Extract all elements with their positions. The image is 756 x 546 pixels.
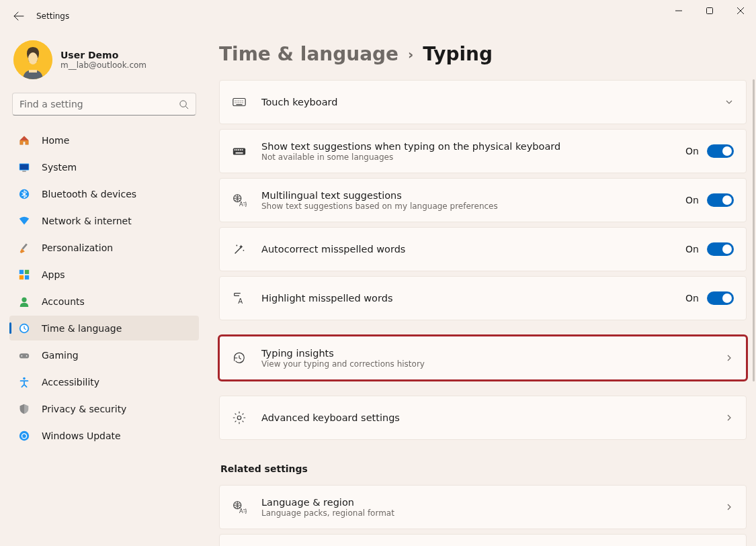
close-button[interactable]	[725, 0, 756, 21]
card-text-suggestions[interactable]: Show text suggestions when typing on the…	[219, 129, 747, 173]
nav-label: Accessibility	[42, 377, 99, 388]
nav-personalization[interactable]: Personalization	[9, 235, 199, 260]
svg-text:A字: A字	[239, 508, 247, 514]
svg-point-3	[180, 100, 186, 106]
window-title: Settings	[36, 11, 69, 21]
toggle-state: On	[685, 146, 699, 156]
nav-label: Privacy & security	[42, 404, 126, 414]
svg-rect-22	[233, 148, 245, 154]
breadcrumb-current: Typing	[423, 43, 493, 65]
nav-label: Accounts	[42, 296, 85, 307]
update-icon	[17, 429, 31, 443]
svg-rect-26	[240, 149, 241, 150]
globe-language-icon: A字	[232, 500, 247, 514]
keyboard-icon	[232, 95, 247, 109]
minimize-button[interactable]	[663, 0, 694, 21]
search-input[interactable]	[19, 99, 179, 109]
toggle-switch[interactable]	[707, 242, 734, 256]
shield-icon	[17, 402, 31, 416]
card-typing-insights[interactable]: Typing insights View your typing and cor…	[219, 336, 747, 380]
back-button[interactable]	[5, 3, 32, 30]
apps-icon	[17, 268, 31, 281]
card-advanced-keyboard[interactable]: Advanced keyboard settings	[219, 396, 747, 440]
card-title: Language & region	[261, 497, 710, 508]
chevron-right-icon	[724, 502, 734, 512]
card-subtitle: View your typing and corrections history	[261, 359, 710, 369]
nav-list: Home System Bluetooth & devices Network …	[9, 128, 199, 448]
svg-rect-25	[238, 149, 239, 150]
nav-label: Time & language	[42, 323, 122, 334]
svg-point-18	[26, 355, 28, 357]
card-title: Highlight misspelled words	[261, 293, 671, 304]
nav-label: Apps	[42, 269, 65, 280]
svg-point-34	[237, 416, 241, 420]
nav-network[interactable]: Network & internet	[9, 208, 199, 233]
breadcrumb-parent[interactable]: Time & language	[219, 43, 398, 65]
search-box[interactable]	[12, 93, 196, 116]
maximize-button[interactable]	[694, 0, 725, 21]
svg-rect-6	[22, 171, 26, 171]
svg-rect-16	[19, 353, 29, 358]
toggle-switch[interactable]	[707, 291, 734, 305]
scrollbar[interactable]	[753, 79, 755, 381]
card-language-region[interactable]: A字 Language & region Language packs, reg…	[219, 485, 747, 529]
minimize-icon	[675, 7, 682, 14]
avatar	[13, 40, 52, 79]
window-controls	[663, 0, 756, 21]
svg-rect-27	[242, 149, 243, 150]
system-icon	[17, 161, 31, 174]
svg-rect-11	[19, 275, 24, 279]
svg-rect-12	[25, 275, 29, 279]
highlight-icon: A	[232, 291, 247, 306]
card-touch-keyboard[interactable]: Touch keyboard	[219, 80, 747, 124]
nav-label: Network & internet	[42, 216, 132, 226]
svg-rect-28	[236, 152, 243, 154]
home-icon	[17, 134, 31, 147]
nav-system[interactable]: System	[9, 154, 199, 179]
card-multilingual[interactable]: A字 Multilingual text suggestions Show te…	[219, 178, 747, 222]
nav-home[interactable]: Home	[9, 128, 199, 152]
keyboard-solid-icon	[232, 144, 247, 158]
nav-accessibility[interactable]: Accessibility	[9, 369, 199, 394]
nav-privacy[interactable]: Privacy & security	[9, 396, 199, 421]
card-subtitle: Show text suggestions based on my langua…	[261, 201, 671, 211]
clock-globe-icon	[17, 322, 31, 335]
main-content: Time & language › Typing Touch keyboard	[202, 32, 756, 546]
nav-label: Gaming	[42, 350, 79, 361]
nav-windows-update[interactable]: Windows Update	[9, 423, 199, 448]
svg-text:A: A	[238, 298, 243, 305]
chevron-right-icon	[724, 353, 734, 363]
user-block[interactable]: User Demo m__lab@outlook.com	[9, 38, 199, 90]
svg-rect-24	[236, 149, 237, 150]
toggle-switch[interactable]	[707, 144, 734, 158]
card-autocorrect[interactable]: Autocorrect misspelled words On	[219, 227, 747, 271]
related-settings-header: Related settings	[220, 463, 747, 474]
chevron-right-icon: ›	[408, 46, 413, 62]
sidebar: User Demo m__lab@outlook.com Home System…	[0, 32, 202, 546]
search-icon	[179, 99, 189, 109]
paintbrush-icon	[17, 241, 31, 255]
globe-language-icon: A字	[232, 193, 247, 208]
close-icon	[737, 7, 744, 14]
history-icon	[232, 351, 247, 365]
toggle-switch[interactable]	[707, 193, 734, 207]
card-title: Touch keyboard	[261, 97, 710, 107]
person-icon	[17, 295, 31, 308]
breadcrumb: Time & language › Typing	[219, 43, 747, 65]
card-highlight[interactable]: A Highlight misspelled words On	[219, 276, 747, 320]
nav-gaming[interactable]: Gaming	[9, 343, 199, 367]
nav-time-language[interactable]: Time & language	[9, 316, 199, 340]
nav-apps[interactable]: Apps	[9, 262, 199, 287]
svg-point-19	[23, 377, 26, 379]
card-title: Advanced keyboard settings	[261, 412, 710, 423]
nav-label: Windows Update	[42, 430, 121, 441]
arrow-left-icon	[13, 11, 24, 21]
nav-accounts[interactable]: Accounts	[9, 289, 199, 314]
chevron-right-icon	[724, 413, 734, 422]
card-inking-typing[interactable]: Inking & typing personalization Custom d…	[219, 534, 747, 546]
svg-rect-10	[25, 269, 29, 273]
gear-icon	[232, 410, 247, 425]
maximize-icon	[706, 7, 713, 14]
card-title: Autocorrect misspelled words	[261, 244, 671, 255]
nav-bluetooth[interactable]: Bluetooth & devices	[9, 181, 199, 206]
